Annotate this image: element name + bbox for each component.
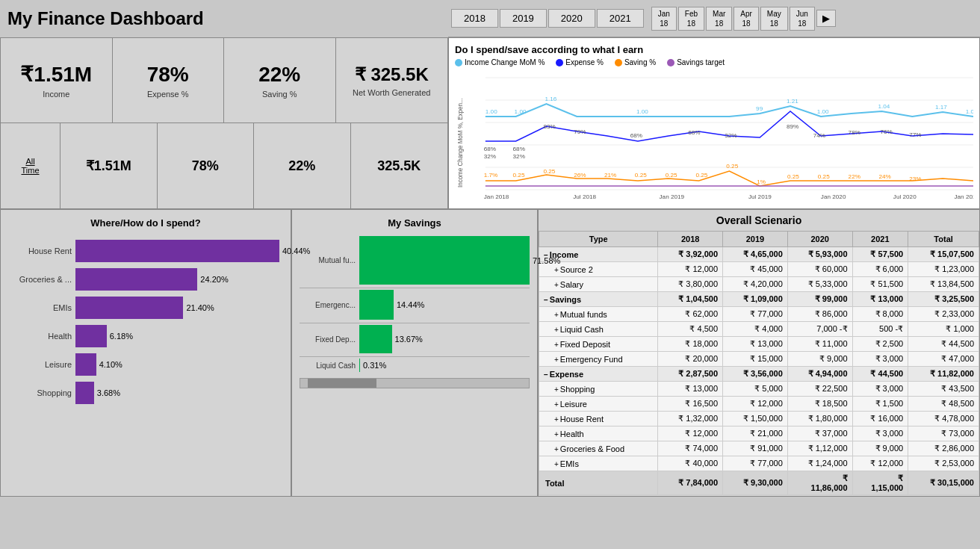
table-row: −Expense₹ 2,87,500₹ 3,56,000₹ 4,94,000₹ … [539, 367, 979, 382]
spend-bar-row: Leisure 4.10% [12, 353, 279, 376]
svg-text:74%: 74% [813, 132, 825, 139]
table-cell-value: ₹ 86,000 [787, 307, 852, 322]
table-cell-value: ₹ 2,500 [852, 337, 908, 352]
table-cell-value: ₹ 1,15,000 [852, 471, 908, 495]
table-cell-value: ₹ 2,53,000 [908, 456, 979, 471]
table-cell-type: +Salary [539, 277, 658, 292]
table-header-cell: 2021 [852, 232, 908, 247]
table-cell-value: ₹ 1,24,000 [787, 456, 852, 471]
savings-panel: My Savings Mutual fu... 71.58% Emergenc.… [291, 209, 538, 497]
table-cell-value: ₹ 1,12,000 [787, 441, 852, 456]
table-cell-value: ₹ 40,000 [658, 456, 723, 471]
table-cell-value: ₹ 1,23,000 [908, 262, 979, 277]
table-cell-value: ₹ 73,000 [908, 427, 979, 441]
table-row: +House Rent₹ 1,32,000₹ 1,50,000₹ 1,80,00… [539, 412, 979, 427]
table-cell-value: ₹ 11,86,000 [787, 471, 852, 495]
table-cell-value: ₹ 9,000 [852, 441, 908, 456]
table-cell-value: ₹ 44,500 [852, 367, 908, 382]
savings-bar-row: Liquid Cash 0.31% [300, 359, 530, 372]
nav-arrow-right[interactable]: ▶ [816, 10, 836, 27]
savings-bar-bg: 13.67% [359, 325, 530, 353]
table-cell-value: ₹ 12,000 [723, 397, 788, 412]
table-row: +Emergency Fund₹ 20,000₹ 15,000₹ 9,000₹ … [539, 352, 979, 367]
table-cell-value: ₹ 4,94,000 [787, 367, 852, 382]
svg-text:1.00: 1.00 [636, 108, 648, 115]
month-tab-3[interactable]: Apr18 [734, 7, 759, 31]
table-cell-value: ₹ 2,33,000 [908, 307, 979, 322]
svg-text:89%: 89% [787, 123, 798, 130]
table-cell-value: ₹ 3,92,000 [658, 247, 723, 262]
savings-bar-row: Fixed Dep... 13.67% [300, 325, 530, 353]
spend-bar-bg: 21.40% [75, 297, 279, 319]
table-cell-value: ₹ 5,000 [723, 382, 788, 397]
spend-bar-bg: 40.44% [75, 240, 279, 262]
savings-bar-chart: Mutual fu... 71.58% Emergenc... 14.44% F… [300, 236, 530, 372]
kpi-income-value: ₹1.51M [20, 62, 92, 87]
table-cell-value: ₹ 3,000 [852, 352, 908, 367]
year-tab-2019[interactable]: 2019 [500, 9, 547, 28]
table-cell-value: ₹ 47,000 [908, 352, 979, 367]
svg-text:79%: 79% [574, 128, 586, 135]
svg-text:22%: 22% [849, 173, 860, 180]
svg-text:Jan 2021: Jan 2021 [954, 193, 973, 200]
year-tab-2020[interactable]: 2020 [548, 9, 595, 28]
svg-text:0.25: 0.25 [543, 168, 555, 175]
kpi-period[interactable]: AllTime [1, 123, 61, 208]
table-cell-value: ₹ 11,82,000 [908, 367, 979, 382]
svg-text:0.25: 0.25 [726, 163, 738, 170]
svg-text:1.7%: 1.7% [484, 172, 498, 179]
svg-text:1.00: 1.00 [817, 108, 829, 115]
spend-bar-pct: 3.68% [97, 388, 120, 397]
table-cell-value: ₹ 60,000 [787, 262, 852, 277]
svg-text:1.17: 1.17 [935, 104, 947, 111]
svg-text:Jan 2019: Jan 2019 [660, 193, 685, 200]
table-cell-value: ₹ 77,000 [723, 307, 788, 322]
svg-text:Jul 2019: Jul 2019 [748, 193, 772, 200]
month-tab-2[interactable]: Mar18 [706, 7, 732, 31]
table-cell-value: ₹ 57,500 [852, 247, 908, 262]
table-cell-value: ₹ 3,25,500 [908, 292, 979, 307]
savings-bar-label: Liquid Cash [300, 362, 356, 370]
svg-text:21%: 21% [604, 172, 616, 179]
table-cell-value: ₹ 51,500 [852, 277, 908, 292]
legend-income-dot [455, 59, 462, 66]
savings-bar-pct: 13.67% [395, 335, 423, 344]
savings-divider [300, 356, 530, 357]
legend-expense-dot [556, 59, 563, 66]
savings-bar-pct: 14.44% [397, 300, 424, 309]
table-cell-value: ₹ 3,000 [852, 382, 908, 397]
legend-saving: Saving % [615, 58, 656, 66]
svg-text:Jul 2018: Jul 2018 [573, 193, 596, 200]
table-cell-value: ₹ 99,000 [787, 292, 852, 307]
month-tab-0[interactable]: Jan18 [651, 7, 677, 31]
kpi-saving-label: Saving % [262, 90, 297, 99]
table-cell-type: −Savings [539, 292, 658, 307]
spend-bar-row: Shopping 3.68% [12, 382, 279, 404]
spend-bar-label: Leisure [12, 360, 72, 369]
table-cell-type: −Expense [539, 367, 658, 382]
month-tab-5[interactable]: Jun18 [790, 7, 815, 31]
spend-bar-row: House Rent 40.44% [12, 240, 279, 262]
month-tab-4[interactable]: May18 [760, 7, 788, 31]
savings-bar-fill [359, 236, 530, 285]
table-cell-value: ₹ 91,000 [723, 441, 788, 456]
table-cell-value: ₹ 16,000 [852, 412, 908, 427]
month-tab-1[interactable]: Feb18 [678, 7, 704, 31]
svg-text:Jan 2020: Jan 2020 [821, 193, 846, 200]
kpi-period-label[interactable]: AllTime [21, 157, 39, 175]
table-cell-value: ₹ 15,000 [723, 352, 788, 367]
table-header: Type2018201920202021Total [539, 232, 979, 247]
kpi-networth-label: Net Worth Generated [353, 88, 430, 97]
table-cell-value: ₹ 12,000 [658, 262, 723, 277]
svg-text:1.16: 1.16 [545, 96, 556, 102]
table-header-cell: 2018 [658, 232, 723, 247]
spend-bar-pct: 6.18% [110, 332, 133, 341]
year-tab-2021[interactable]: 2021 [597, 9, 644, 28]
table-cell-type: +EMIs [539, 456, 658, 471]
year-tab-2018[interactable]: 2018 [451, 9, 498, 28]
spend-title: Where/How do I spend? [8, 217, 283, 229]
table-cell-value: ₹ 15,07,500 [908, 247, 979, 262]
table-cell-value: ₹ 2,87,500 [658, 367, 723, 382]
table-cell-value: ₹ 13,84,500 [908, 277, 979, 292]
table-cell-type: +Fixed Deposit [539, 337, 658, 352]
